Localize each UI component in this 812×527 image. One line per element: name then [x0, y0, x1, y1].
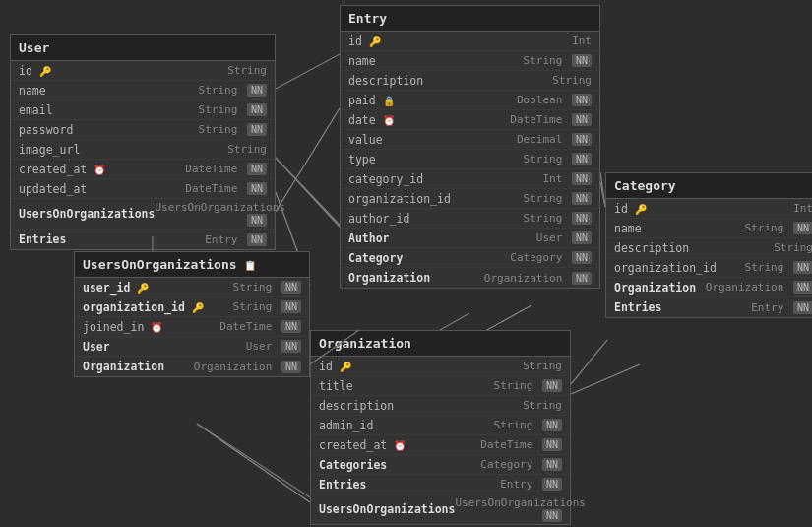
user-table-header: User — [11, 35, 275, 61]
usersonorganizations-body: user_id 🔑 String NN organization_id 🔑 St… — [75, 278, 309, 376]
table-row: name String NN — [11, 81, 275, 100]
svg-line-1 — [276, 108, 340, 212]
usersonorganizations-header: UsersOnOrganizations 📋 — [75, 252, 309, 278]
svg-line-13 — [197, 424, 310, 497]
entry-table-body: id 🔑 Int name String NN description Stri… — [341, 32, 599, 288]
table-row: Entries Entry NN — [606, 297, 812, 317]
organization-body: id 🔑 String title String NN description … — [311, 357, 570, 524]
table-row: title String NN — [311, 376, 570, 396]
diagram-canvas: User id 🔑 String name String NN email St… — [0, 0, 812, 527]
category-table: Category id 🔑 Int name String NN descrip… — [605, 172, 812, 318]
table-row: created_at ⏰ DateTime NN — [311, 435, 570, 455]
table-row: organization_id String NN — [606, 258, 812, 278]
table-row: Organization Organization NN — [606, 278, 812, 297]
table-row: organization_id String NN — [341, 189, 599, 209]
table-row: name String NN — [341, 51, 599, 71]
entry-table: Entry id 🔑 Int name String NN descriptio… — [340, 5, 600, 289]
organization-title: Organization — [319, 336, 411, 351]
table-row: User User NN — [75, 337, 309, 357]
svg-line-4 — [276, 158, 340, 227]
entry-title: Entry — [348, 11, 387, 26]
table-row: UsersOnOrganizations UsersOnOrganization… — [311, 494, 570, 524]
table-row: Entries Entry NN — [11, 230, 275, 249]
table-row: paid 🔒 Boolean NN — [341, 91, 599, 110]
category-header: Category — [606, 173, 812, 199]
table-row: value Decimal NN — [341, 130, 599, 150]
table-row: created_at ⏰ DateTime NN — [11, 160, 275, 179]
table-row: description String — [606, 238, 812, 258]
svg-line-6 — [571, 364, 640, 394]
table-row: id 🔑 String — [11, 61, 275, 81]
table-row: description String — [311, 396, 570, 416]
table-row: category_id Int NN — [341, 169, 599, 189]
table-row: Organization Organization NN — [341, 268, 599, 288]
table-row: id 🔑 String — [311, 357, 570, 376]
table-row: UsersOnOrganizations UsersOnOrganization… — [11, 199, 275, 230]
user-table: User id 🔑 String name String NN email St… — [10, 34, 276, 250]
table-row: admin_id String NN — [311, 416, 570, 435]
organization-table: Organization id 🔑 String title String NN… — [310, 330, 571, 525]
category-body: id 🔑 Int name String NN description Stri… — [606, 199, 812, 317]
svg-line-12 — [276, 158, 340, 225]
organization-header: Organization — [311, 331, 570, 357]
table-row: Entries Entry NN — [311, 475, 570, 494]
table-row: Category Category NN — [341, 248, 599, 268]
table-row: Author User NN — [341, 229, 599, 248]
table-row: date ⏰ DateTime NN — [341, 110, 599, 130]
svg-line-14 — [571, 340, 607, 384]
user-title: User — [19, 40, 49, 55]
table-row: id 🔑 Int — [606, 199, 812, 219]
table-row: name String NN — [606, 219, 812, 238]
table-row: description String — [341, 71, 599, 91]
table-row: password String NN — [11, 120, 275, 140]
entry-table-header: Entry — [341, 6, 599, 32]
usersonorganizations-title: UsersOnOrganizations 📋 — [83, 257, 256, 272]
table-row: id 🔑 Int — [341, 32, 599, 51]
category-title: Category — [614, 178, 676, 193]
svg-line-8 — [276, 54, 340, 89]
table-row: organization_id 🔑 String NN — [75, 297, 309, 317]
table-row: Organization Organization NN — [75, 357, 309, 376]
user-table-body: id 🔑 String name String NN email String … — [11, 61, 275, 249]
svg-line-11 — [440, 313, 469, 330]
svg-line-7 — [197, 424, 310, 502]
table-row: image_url String — [11, 140, 275, 160]
table-row: user_id 🔑 String NN — [75, 278, 309, 297]
table-row: joined_in ⏰ DateTime NN — [75, 317, 309, 337]
table-row: author_id String NN — [341, 209, 599, 229]
table-row: email String NN — [11, 100, 275, 120]
table-row: Categories Category NN — [311, 455, 570, 475]
usersonorganizations-table: UsersOnOrganizations 📋 user_id 🔑 String … — [74, 251, 310, 377]
table-row: updated_at DateTime NN — [11, 179, 275, 199]
table-row: type String NN — [341, 150, 599, 169]
